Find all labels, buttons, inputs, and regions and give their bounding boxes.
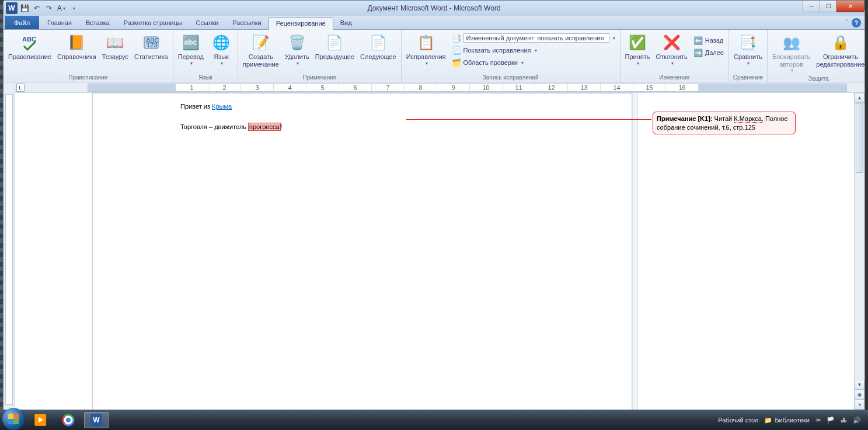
word-app-icon[interactable]: W — [6, 2, 18, 14]
close-button[interactable]: ✕ — [836, 1, 864, 12]
next-change-icon: ➡️ — [693, 48, 703, 57]
show-markup-button[interactable]: 📃Показать исправления▾ — [449, 44, 618, 56]
show-markup-icon: 📃 — [452, 46, 461, 55]
tray-expand-icon[interactable]: ≫ — [815, 417, 821, 423]
page[interactable]: Привет из Крыма Торговля – движитель про… — [92, 93, 632, 410]
tray-flag-icon[interactable]: 🏳️ — [827, 417, 835, 424]
tab-layout[interactable]: Разметка страницы — [117, 16, 189, 29]
tab-view[interactable]: Вид — [333, 16, 359, 29]
prev-comment-label: Предыдущее — [315, 53, 354, 61]
group-protect: 👥Блокировать авторов▾ 🔒Ограничить редакт… — [768, 30, 865, 82]
language-button[interactable]: 🌐Язык▾ — [207, 32, 235, 67]
text-line-1[interactable]: Привет из Крыма — [180, 102, 544, 112]
group-comments: 📝Создать примечание 🗑️Удалить▾ 📄Предыдущ… — [238, 30, 402, 82]
reviewing-pane-label: Область проверки — [463, 59, 518, 66]
tab-references[interactable]: Ссылки — [189, 16, 226, 29]
tab-insert[interactable]: Вставка — [79, 16, 117, 29]
tab-home[interactable]: Главная — [40, 16, 79, 29]
wordcount-label: Статистика — [134, 53, 168, 61]
next-comment-label: Следующее — [360, 53, 396, 61]
comment-connector-line — [406, 119, 651, 120]
new-comment-button[interactable]: 📝Создать примечание — [240, 32, 281, 69]
compare-label: Сравнить — [734, 53, 762, 61]
block-authors-button: 👥Блокировать авторов▾ — [770, 32, 813, 74]
scroll-down-button[interactable]: ▼ — [855, 380, 864, 390]
save-icon[interactable]: 💾 — [19, 3, 30, 13]
vertical-scrollbar[interactable]: ▲ ▼ ◉ ▾ — [854, 93, 864, 410]
scroll-up-button[interactable]: ▲ — [855, 93, 864, 103]
group-language: 🔤Перевод▾ 🌐Язык▾ Язык — [173, 30, 238, 82]
group-tracking-label: Запись исправлений — [404, 73, 618, 82]
reject-icon: ❌ — [663, 33, 681, 52]
block-authors-icon: 👥 — [782, 33, 801, 52]
svg-text:123: 123 — [147, 41, 157, 48]
reviewing-pane-icon: 🗂️ — [452, 58, 461, 67]
reject-button[interactable]: ❌Отклонить▾ — [654, 32, 690, 67]
next-change-label: Далее — [705, 49, 724, 56]
vertical-ruler[interactable] — [4, 82, 15, 410]
taskbar-chrome-icon[interactable] — [56, 412, 81, 428]
accept-button[interactable]: ✅Принять▾ — [623, 32, 653, 67]
tray-network-icon[interactable]: 🖧 — [841, 417, 847, 424]
windows-taskbar[interactable]: ▶️ W Рабочий стол 📁 Библиотеки ≫ 🏳️ 🖧 🔊 — [0, 410, 868, 430]
document-content[interactable]: Привет из Крыма Торговля – движитель про… — [93, 93, 632, 131]
restrict-editing-label: Ограничить редактирование — [816, 53, 864, 68]
group-tracking: 📋Исправления▾ 📑Измененный документ: пока… — [402, 30, 621, 82]
reviewing-pane-button[interactable]: 🗂️Область проверки▾ — [449, 57, 618, 68]
font-qat-icon[interactable]: A▾ — [56, 3, 67, 13]
new-comment-label: Создать примечание — [243, 53, 279, 68]
thesaurus-button[interactable]: 📖Тезаурус — [100, 32, 131, 62]
ribbon: ABCПравописание 📙Справочники 📖Тезаурус A… — [4, 30, 864, 82]
scroll-track[interactable] — [855, 103, 864, 380]
spelling-label: Правописание — [8, 53, 51, 61]
minimize-button[interactable]: ─ — [803, 1, 820, 12]
hyperlink-crimea[interactable]: Крыма — [212, 103, 232, 110]
qat-customize-icon[interactable]: ▾ — [68, 3, 79, 13]
reject-label: Отклонить — [656, 53, 688, 61]
maximize-button[interactable]: ☐ — [820, 1, 837, 12]
ribbon-collapse-icon[interactable]: ˇ — [846, 19, 848, 26]
track-changes-button[interactable]: 📋Исправления▾ — [404, 32, 448, 67]
start-button[interactable] — [2, 408, 25, 430]
prev-page-button[interactable]: ◉ — [855, 390, 864, 400]
desktop-toolbar-label[interactable]: Рабочий стол — [718, 417, 758, 424]
help-icon[interactable]: ? — [852, 18, 861, 27]
file-tab[interactable]: Файл — [5, 16, 39, 29]
new-comment-icon: 📝 — [252, 33, 270, 52]
document-canvas: L 12345678910111213141516 Привет из Крым… — [15, 82, 864, 410]
libraries-toolbar[interactable]: 📁 Библиотеки — [764, 417, 810, 424]
undo-icon[interactable]: ↶ — [32, 3, 42, 13]
scroll-thumb[interactable] — [856, 103, 863, 173]
markup-area-margin — [632, 93, 638, 410]
taskbar-word-icon[interactable]: W — [84, 412, 109, 428]
tab-selector-icon[interactable]: L — [16, 84, 25, 92]
prev-change-icon: ⬅️ — [693, 36, 703, 45]
restrict-editing-button[interactable]: 🔒Ограничить редактирование — [814, 32, 865, 69]
redo-icon[interactable]: ↷ — [44, 3, 54, 13]
compare-button[interactable]: 📑Сравнить▾ — [731, 32, 765, 67]
comment-balloon[interactable]: Примечание [K1]: Читай К.Маркса, Полное … — [653, 112, 796, 134]
next-comment-button[interactable]: 📄Следующее — [358, 32, 399, 62]
system-tray: Рабочий стол 📁 Библиотеки ≫ 🏳️ 🖧 🔊 — [718, 417, 866, 424]
prev-comment-button[interactable]: 📄Предыдущее — [313, 32, 357, 62]
wordcount-button[interactable]: ABC123Статистика — [132, 32, 170, 62]
prev-comment-icon: 📄 — [325, 33, 344, 52]
prev-change-button[interactable]: ⬅️Назад — [691, 34, 726, 46]
tray-volume-icon[interactable]: 🔊 — [853, 417, 861, 424]
accept-label: Принять — [625, 53, 650, 61]
tab-mailings[interactable]: Рассылки — [225, 16, 268, 29]
research-button[interactable]: 📙Справочники — [55, 32, 99, 62]
commented-text[interactable]: прогресса — [248, 123, 281, 131]
next-page-button[interactable]: ▾ — [855, 400, 864, 410]
taskbar-media-icon[interactable]: ▶️ — [28, 412, 53, 428]
horizontal-ruler[interactable]: L 12345678910111213141516 — [15, 82, 864, 93]
display-for-review-dropdown[interactable]: 📑Измененный документ: показать исправлен… — [449, 32, 618, 44]
translate-button[interactable]: 🔤Перевод▾ — [176, 32, 206, 67]
spelling-button[interactable]: ABCПравописание — [6, 32, 54, 62]
show-markup-label: Показать исправления — [463, 47, 531, 54]
delete-comment-button[interactable]: 🗑️Удалить▾ — [283, 32, 312, 67]
display-for-review-value: Измененный документ: показать исправлени… — [463, 33, 609, 43]
tab-review[interactable]: Рецензирование — [269, 17, 333, 30]
text-line-2[interactable]: Торговля – движитель прогресса! — [180, 122, 544, 132]
next-change-button[interactable]: ➡️Далее — [691, 47, 726, 58]
